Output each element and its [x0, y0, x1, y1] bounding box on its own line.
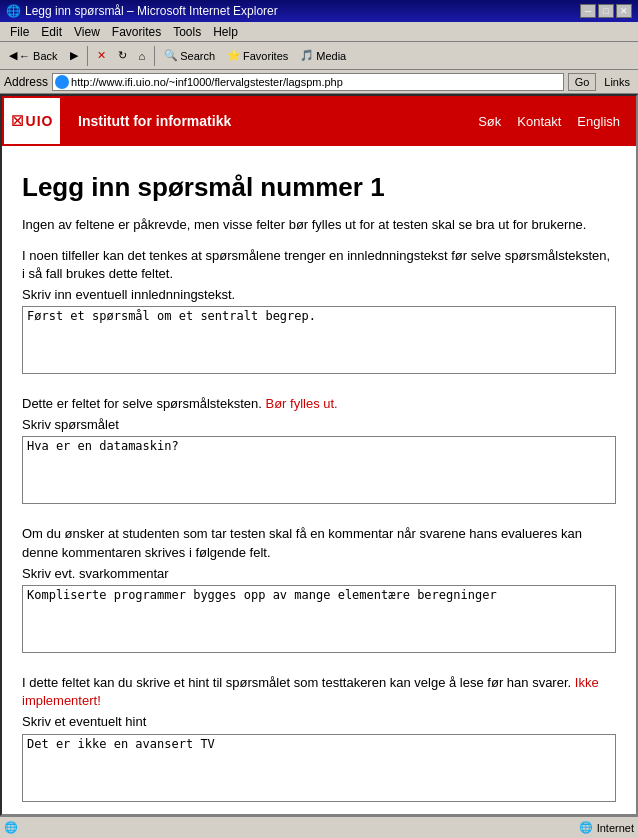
- favorites-button[interactable]: ⭐ Favorites: [222, 45, 293, 67]
- nav-link-search[interactable]: Søk: [478, 114, 501, 129]
- home-icon: ⌂: [139, 50, 146, 62]
- section2-label: Skriv spørsmålet: [22, 416, 616, 434]
- menu-tools[interactable]: Tools: [167, 24, 207, 40]
- status-left: 🌐: [4, 821, 18, 834]
- window-controls: ─ □ ✕: [580, 4, 632, 18]
- page-content: Legg inn spørsmål nummer 1 Ingen av felt…: [2, 146, 636, 814]
- section-hint: I dette feltet kan du skrive et hint til…: [22, 674, 616, 805]
- section2-desc-highlight: Bør fylles ut.: [266, 396, 338, 411]
- section-intro: I noen tilfeller kan det tenkes at spørs…: [22, 247, 616, 378]
- address-label: Address: [4, 75, 48, 89]
- uio-nav-title: Institutt for informatikk: [78, 113, 231, 129]
- uio-logo-box: ☒ UIO: [2, 96, 62, 146]
- nav-link-english[interactable]: English: [577, 114, 620, 129]
- close-button[interactable]: ✕: [616, 4, 632, 18]
- browser-content-wrapper: ☒ UIO Institutt for informatikk Søk Kont…: [0, 94, 638, 816]
- status-zone-text: Internet: [597, 822, 634, 834]
- section-comment: Om du ønsker at studenten som tar testen…: [22, 525, 616, 656]
- refresh-button[interactable]: ↻: [113, 45, 132, 67]
- section4-textarea-wrapper: [22, 734, 616, 805]
- uio-nav-links: Søk Kontakt English: [478, 114, 620, 129]
- uio-logo-x: ☒: [11, 113, 24, 129]
- minimize-button[interactable]: ─: [580, 4, 596, 18]
- nav-link-contact[interactable]: Kontakt: [517, 114, 561, 129]
- window-title-bar: 🌐 Legg inn spørsmål – Microsoft Internet…: [0, 0, 638, 22]
- section3-description: Om du ønsker at studenten som tar testen…: [22, 525, 616, 561]
- menu-edit[interactable]: Edit: [35, 24, 68, 40]
- search-icon: 🔍: [164, 49, 178, 62]
- back-button[interactable]: ◀ ← Back: [4, 45, 63, 67]
- back-icon: ◀: [9, 49, 17, 62]
- media-button[interactable]: 🎵 Media: [295, 45, 351, 67]
- uio-logo-inner: ☒ UIO: [11, 113, 54, 129]
- section3-textarea[interactable]: [22, 585, 616, 653]
- refresh-icon: ↻: [118, 49, 127, 62]
- section4-textarea[interactable]: [22, 734, 616, 802]
- uio-logo-text: UIO: [26, 113, 54, 129]
- section4-desc-plain: I dette feltet kan du skrive et hint til…: [22, 675, 571, 690]
- status-ie-icon: 🌐: [4, 821, 18, 834]
- maximize-button[interactable]: □: [598, 4, 614, 18]
- section2-textarea-wrapper: [22, 436, 616, 507]
- status-zone-icon: 🌐: [579, 821, 593, 834]
- forward-icon: ▶: [70, 49, 78, 62]
- favorites-icon: ⭐: [227, 49, 241, 62]
- menu-view[interactable]: View: [68, 24, 106, 40]
- section2-desc-plain: Dette er feltet for selve spørsmålstekst…: [22, 396, 262, 411]
- go-button[interactable]: Go: [568, 73, 597, 91]
- window-title-text: 🌐 Legg inn spørsmål – Microsoft Internet…: [6, 4, 278, 18]
- window-title-icon: 🌐: [6, 4, 21, 18]
- section4-description: I dette feltet kan du skrive et hint til…: [22, 674, 616, 710]
- section3-textarea-wrapper: [22, 585, 616, 656]
- stop-button[interactable]: ✕: [92, 45, 111, 67]
- menu-file[interactable]: File: [4, 24, 35, 40]
- links-label: Links: [600, 75, 634, 89]
- address-input-wrapper[interactable]: [52, 73, 564, 91]
- status-bar: 🌐 🌐 Internet: [0, 816, 638, 838]
- stop-icon: ✕: [97, 49, 106, 62]
- window-title-label: Legg inn spørsmål – Microsoft Internet E…: [25, 4, 278, 18]
- section1-label: Skriv inn eventuell innlednningstekst.: [22, 286, 616, 304]
- separator-2: [154, 46, 155, 66]
- forward-button[interactable]: ▶: [65, 45, 83, 67]
- intro-text: Ingen av feltene er påkrevde, men visse …: [22, 215, 616, 235]
- browser-content: ☒ UIO Institutt for informatikk Søk Kont…: [2, 96, 636, 814]
- toolbar: ◀ ← Back ▶ ✕ ↻ ⌂ 🔍 Search ⭐ Favorites 🎵 …: [0, 42, 638, 70]
- section3-label: Skriv evt. svarkommentar: [22, 565, 616, 583]
- address-input[interactable]: [71, 76, 561, 88]
- uio-header: ☒ UIO Institutt for informatikk Søk Kont…: [2, 96, 636, 146]
- section1-textarea[interactable]: [22, 306, 616, 374]
- section4-label: Skriv et eventuelt hint: [22, 713, 616, 731]
- section1-textarea-wrapper: [22, 306, 616, 377]
- home-button[interactable]: ⌂: [134, 45, 151, 67]
- separator-1: [87, 46, 88, 66]
- page-heading: Legg inn spørsmål nummer 1: [22, 172, 616, 203]
- uio-nav-bar: Institutt for informatikk Søk Kontakt En…: [62, 96, 636, 146]
- section2-description: Dette er feltet for selve spørsmålstekst…: [22, 395, 616, 413]
- section2-textarea[interactable]: [22, 436, 616, 504]
- search-button[interactable]: 🔍 Search: [159, 45, 220, 67]
- menu-bar: File Edit View Favorites Tools Help: [0, 22, 638, 42]
- address-icon: [55, 75, 69, 89]
- address-bar: Address Go Links: [0, 70, 638, 94]
- status-right: 🌐 Internet: [579, 821, 634, 834]
- section1-description: I noen tilfeller kan det tenkes at spørs…: [22, 247, 616, 283]
- media-icon: 🎵: [300, 49, 314, 62]
- menu-favorites[interactable]: Favorites: [106, 24, 167, 40]
- section-question: Dette er feltet for selve spørsmålstekst…: [22, 395, 616, 507]
- menu-help[interactable]: Help: [207, 24, 244, 40]
